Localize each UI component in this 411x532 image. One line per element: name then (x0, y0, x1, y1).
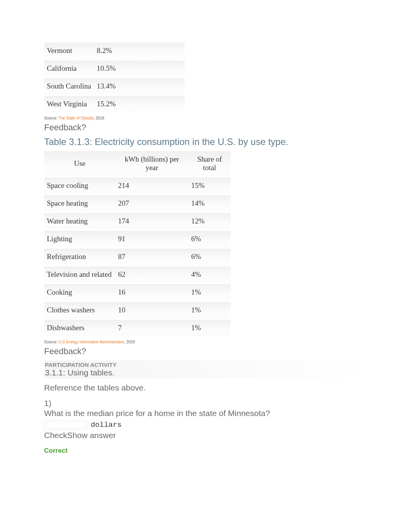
table-row: Cooking161% (44, 284, 231, 302)
table-3-1-3-title: Table 3.1.3: Electricity consumption in … (44, 136, 367, 147)
show-answer-button[interactable]: Show answer (67, 431, 116, 440)
electricity-table: UsekWh (billions) per yearShare of total… (44, 151, 231, 338)
participation-activity: PARTICIPATION ACTIVITY 3.1.1: Using tabl… (44, 360, 367, 379)
table-row: Clothes washers101% (44, 302, 231, 320)
answer-input[interactable] (44, 420, 87, 430)
electricity-source-link[interactable]: U.S Energy Information Administration (58, 340, 124, 344)
question-number: 1) (44, 399, 367, 408)
question-text: What is the median price for a home in t… (44, 409, 367, 418)
obesity-source: Source: The State of Obesity, 2018 (44, 116, 367, 120)
correct-feedback: Correct (44, 447, 367, 455)
table-row: Space cooling21415% (44, 177, 231, 195)
check-button[interactable]: Check (44, 431, 67, 440)
feedback-link-2[interactable]: Feedback? (44, 346, 367, 356)
obesity-table: Vermont8.2%California10.5%South Carolina… (44, 43, 185, 114)
table-row: South Carolina13.4% (44, 78, 185, 96)
electricity-source: Source: U.S Energy Information Administr… (44, 340, 367, 344)
table-row: California10.5% (44, 60, 185, 78)
obesity-source-link[interactable]: The State of Obesity (58, 116, 93, 120)
table-row: West Virginia15.2% (44, 96, 185, 114)
table-row: Dishwashers71% (44, 320, 231, 338)
table-row: Television and related624% (44, 266, 231, 284)
check-show-answer: CheckShow answer (44, 431, 367, 440)
activity-label: PARTICIPATION ACTIVITY (45, 361, 366, 368)
table-row: Space heating20714% (44, 195, 231, 213)
table-row: Lighting916% (44, 231, 231, 249)
feedback-link-1[interactable]: Feedback? (44, 123, 367, 133)
answer-unit: dollars (91, 421, 122, 429)
activity-title: 3.1.1: Using tables. (45, 368, 366, 377)
table-row: Refrigeration876% (44, 249, 231, 266)
activity-instruction: Reference the tables above. (44, 383, 367, 392)
table-row: Water heating17412% (44, 213, 231, 231)
table-row: Vermont8.2% (44, 43, 185, 60)
